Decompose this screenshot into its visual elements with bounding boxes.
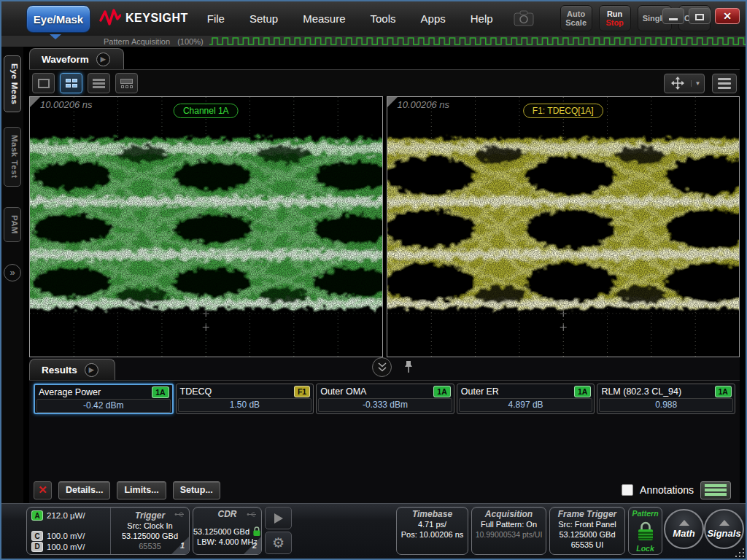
measurement-value: 4.897 dB xyxy=(459,398,593,412)
up-triangle-icon xyxy=(679,520,689,526)
layout-quad-button[interactable] xyxy=(60,73,82,93)
waveform-toolbar: ▼ xyxy=(29,70,740,96)
setup-button[interactable]: Setup... xyxy=(173,481,220,499)
resize-grip[interactable] xyxy=(735,548,745,558)
annotations-checkbox[interactable] xyxy=(622,484,633,496)
sidebar-tab-mask-test[interactable]: Mask Test xyxy=(4,127,21,186)
pattern-lock-icon xyxy=(636,521,655,541)
eye-density-plot-green xyxy=(30,97,382,357)
limits-button[interactable]: Limits... xyxy=(117,481,166,499)
pan-tool-button[interactable]: ▼ xyxy=(664,74,705,93)
eye-pane-channel-1a[interactable]: 10.00206 ns Channel 1A xyxy=(29,96,383,357)
acquisition-panel[interactable]: Acquisition Full Pattern: On 10.99000534… xyxy=(471,507,546,555)
collapse-results-button[interactable] xyxy=(372,357,392,377)
results-tab-menu-button[interactable]: ▶ xyxy=(85,363,98,377)
lock-icon xyxy=(252,526,261,537)
close-button[interactable]: ✕ xyxy=(715,8,740,24)
channels-trigger-panel[interactable]: A 212.0 µW/ C 100.0 mV/ D 100.0 mV/ Trig… xyxy=(26,507,190,555)
frame-trigger-panel[interactable]: Frame Trigger Src: Front Panel 53.125000… xyxy=(549,507,625,555)
pan-tool-dropdown[interactable]: ▼ xyxy=(691,80,704,87)
tile-rlm[interactable]: RLM (802.3 CL_94)1A 0.988 xyxy=(597,384,735,414)
channel-c-scale[interactable]: C 100.0 mV/ xyxy=(31,531,110,541)
channel-c-badge: C xyxy=(31,531,43,541)
menu-tools[interactable]: Tools xyxy=(371,12,396,25)
hamburger-icon xyxy=(718,78,731,80)
measurement-value: 1.50 dB xyxy=(178,398,312,412)
eye-density-plot-yellow xyxy=(387,97,740,357)
app-window: Eye/Mask KEYSIGHT File Setup Measure Too… xyxy=(0,0,747,560)
settings-button[interactable]: ⚙ xyxy=(265,532,292,554)
keysight-brand: KEYSIGHT xyxy=(99,9,188,28)
signals-button[interactable]: Signals xyxy=(704,509,744,549)
chevron-down-icon: ▼ xyxy=(695,80,701,87)
tile-outer-oma[interactable]: Outer OMA1A -0.333 dBm xyxy=(316,384,454,414)
layout-main-plus-thumbnails-button[interactable] xyxy=(115,73,138,93)
source-badge: 1A xyxy=(715,386,732,397)
eye-levels-button[interactable] xyxy=(700,481,731,499)
layout-stacked-icon xyxy=(93,79,105,88)
measurement-value: -0.333 dBm xyxy=(318,398,452,412)
pattern-lock-panel[interactable]: Pattern Lock xyxy=(628,507,662,555)
math-button[interactable]: Math xyxy=(664,509,704,549)
timebase-panel[interactable]: Timebase 4.71 ps/ Pos: 10.00206 ns xyxy=(396,507,468,555)
waveform-toolbar-right: ▼ xyxy=(664,74,737,93)
sidebar-expand-button[interactable]: » xyxy=(4,264,21,281)
delete-x-icon: ✕ xyxy=(38,483,47,497)
details-button[interactable]: Details... xyxy=(58,481,110,499)
tile-tdecq[interactable]: TDECQF1 1.50 dB xyxy=(176,384,314,414)
channel-a-badge: A xyxy=(31,510,43,521)
window-controls: ✕ xyxy=(662,8,740,24)
auto-scale-button[interactable]: Auto Scale xyxy=(560,5,592,31)
move-arrows-icon xyxy=(665,76,691,90)
layout-main-plus-thumbnails-icon xyxy=(120,79,133,88)
tile-outer-er[interactable]: Outer ER1A 4.897 dB xyxy=(457,384,595,414)
annotations-control: Annotations xyxy=(622,481,731,499)
cdr-panel[interactable]: CDR 53.125000 GBd LBW: 4.000 MHz 2 xyxy=(193,507,262,555)
sidebar-tab-pam[interactable]: PAM xyxy=(4,207,21,242)
pin-results-icon[interactable] xyxy=(403,360,414,374)
layout-single-button[interactable] xyxy=(32,73,55,93)
maximize-icon xyxy=(695,14,704,20)
run-measurement-button[interactable] xyxy=(265,507,292,529)
sidebar-tab-eye-meas[interactable]: Eye Meas xyxy=(4,55,21,112)
tab-waveform[interactable]: Waveform ▶ xyxy=(29,48,124,69)
menu-file[interactable]: File xyxy=(207,12,225,25)
pattern-acquisition-label: Pattern Acquisition xyxy=(104,37,170,46)
tile-average-power[interactable]: Average Power1A -0.42 dBm xyxy=(34,384,174,414)
app-mode-dropdown-arrow-icon[interactable] xyxy=(50,34,61,39)
menu-setup[interactable]: Setup xyxy=(249,12,278,25)
top-menu-bar: Eye/Mask KEYSIGHT File Setup Measure Too… xyxy=(1,1,746,35)
minimize-button[interactable] xyxy=(662,8,684,24)
menu-apps[interactable]: Apps xyxy=(421,12,446,25)
graph-menu-button[interactable] xyxy=(712,74,737,93)
timebase-stamp: 10.00206 ns xyxy=(398,99,450,110)
screenshot-camera-icon[interactable] xyxy=(514,10,534,26)
content-area: Eye Meas Mask Test PAM » Waveform ▶ xyxy=(1,47,746,503)
app-mode-button[interactable]: Eye/Mask xyxy=(26,5,90,33)
source-badge: 1A xyxy=(152,386,169,398)
measurement-value: 0.988 xyxy=(599,398,733,412)
source-badge: 1A xyxy=(433,386,450,397)
channel-a-scale[interactable]: A 212.0 µW/ xyxy=(31,510,110,521)
results-button-row: ✕ Details... Limits... Setup... Annotati… xyxy=(29,477,740,503)
results-panel: Results ▶ xyxy=(29,357,740,503)
maximize-button[interactable] xyxy=(689,8,711,24)
eye-pane-tdecq-function[interactable]: 10.00206 ns F1: TDECQ[1A] xyxy=(387,96,740,357)
pattern-acquisition-percent: (100%) xyxy=(177,37,203,46)
up-triangle-icon xyxy=(719,520,729,526)
function-label-pill[interactable]: F1: TDECQ[1A] xyxy=(523,104,603,118)
waveform-tab-menu-button[interactable]: ▶ xyxy=(96,52,110,66)
run-stop-button[interactable]: Run Stop xyxy=(599,5,631,31)
tab-results[interactable]: Results ▶ xyxy=(29,359,115,380)
menu-measure[interactable]: Measure xyxy=(303,12,345,25)
layout-stacked-button[interactable] xyxy=(88,73,110,93)
menu-help[interactable]: Help xyxy=(471,12,493,25)
channel-d-scale[interactable]: D 100.0 mV/ xyxy=(31,542,110,552)
pane-corner-marker-icon xyxy=(30,97,40,107)
channel-label-pill[interactable]: Channel 1A xyxy=(174,104,239,118)
delete-measurement-button[interactable]: ✕ xyxy=(34,481,52,499)
play-icon: ▶ xyxy=(89,366,94,373)
timebase-stamp: 10.00206 ns xyxy=(40,99,93,110)
menu-bar: File Setup Measure Tools Apps Help xyxy=(207,12,493,25)
double-chevron-down-icon xyxy=(376,362,388,373)
